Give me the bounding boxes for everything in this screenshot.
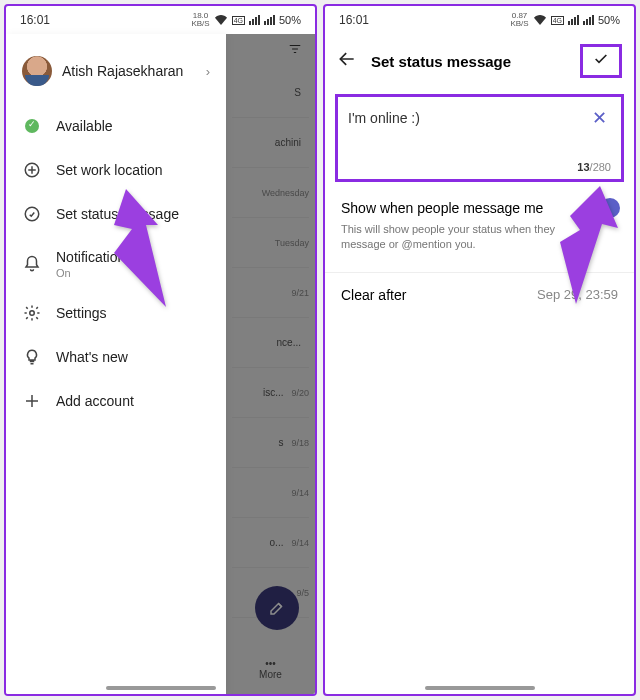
clear-after-label: Clear after: [341, 287, 406, 303]
phone-left: 16:01 18.0KB/S 4G 50% Atish Rajasekharan…: [4, 4, 317, 696]
lightbulb-icon: [22, 347, 42, 367]
sidebar-item-available[interactable]: Available: [6, 104, 226, 148]
sidebar-item-add-account[interactable]: Add account: [6, 379, 226, 423]
filter-icon[interactable]: [287, 42, 303, 60]
profile-name: Atish Rajasekharan: [62, 63, 196, 79]
back-button[interactable]: [337, 49, 357, 73]
more-tab[interactable]: •••More: [226, 658, 315, 680]
battery-text: 50%: [279, 14, 301, 26]
clear-after-value: Sep 29, 23:59: [537, 287, 618, 303]
toggle-label: Show when people message me: [341, 200, 543, 216]
confirm-button[interactable]: [580, 44, 622, 78]
clock: 16:01: [339, 13, 369, 27]
toggle-hint: This will show people your status when t…: [341, 222, 591, 252]
sidebar: Atish Rajasekharan › Available Set work …: [6, 34, 226, 694]
profile-row[interactable]: Atish Rajasekharan ›: [6, 46, 226, 104]
wifi-icon: [214, 14, 228, 27]
volte-icon: 4G: [232, 16, 245, 25]
clear-after-row[interactable]: Clear after Sep 29, 23:59: [325, 272, 634, 317]
status-input[interactable]: I'm online :): [348, 110, 588, 126]
signal-icon: [568, 15, 579, 25]
signal-icon: [583, 15, 594, 25]
home-indicator: [106, 686, 216, 690]
gear-icon: [22, 303, 42, 323]
svg-point-3: [25, 207, 39, 221]
signal-icon: [249, 15, 260, 25]
char-counter: 13/280: [348, 161, 611, 173]
plus-icon: [22, 391, 42, 411]
volte-icon: 4G: [551, 16, 564, 25]
wifi-icon: [533, 14, 547, 27]
status-input-card: I'm online :) ✕ 13/280: [335, 94, 624, 182]
clock: 16:01: [20, 13, 50, 27]
sidebar-item-settings[interactable]: Settings: [6, 291, 226, 335]
bell-icon: [22, 254, 42, 274]
signal-icon: [264, 15, 275, 25]
show-when-message-toggle[interactable]: [584, 200, 618, 216]
edit-status-icon: [22, 204, 42, 224]
presence-available-icon: [22, 116, 42, 136]
background-chat-list: SachiniWednesdayTuesday9/21nce...isc...9…: [226, 34, 315, 694]
home-indicator: [425, 686, 535, 690]
chevron-right-icon: ›: [206, 64, 210, 79]
sidebar-item-notifications[interactable]: NotificationsOn: [6, 236, 226, 291]
compose-fab[interactable]: [255, 586, 299, 630]
page-title: Set status message: [371, 53, 566, 70]
sidebar-item-whats-new[interactable]: What's new: [6, 335, 226, 379]
location-icon: [22, 160, 42, 180]
status-bar: 16:01 0.87KB/S 4G 50%: [325, 6, 634, 34]
sidebar-item-work-location[interactable]: Set work location: [6, 148, 226, 192]
clear-input-button[interactable]: ✕: [588, 105, 611, 131]
battery-text: 50%: [598, 14, 620, 26]
svg-point-4: [30, 311, 35, 316]
sidebar-item-status-message[interactable]: Set status message: [6, 192, 226, 236]
phone-right: 16:01 0.87KB/S 4G 50% Set status message…: [323, 4, 636, 696]
avatar: [22, 56, 52, 86]
status-bar: 16:01 18.0KB/S 4G 50%: [6, 6, 315, 34]
